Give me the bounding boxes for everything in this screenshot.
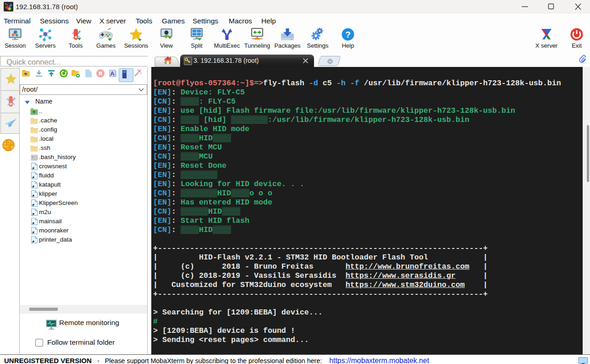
svg-text:?: ? [345, 30, 351, 39]
